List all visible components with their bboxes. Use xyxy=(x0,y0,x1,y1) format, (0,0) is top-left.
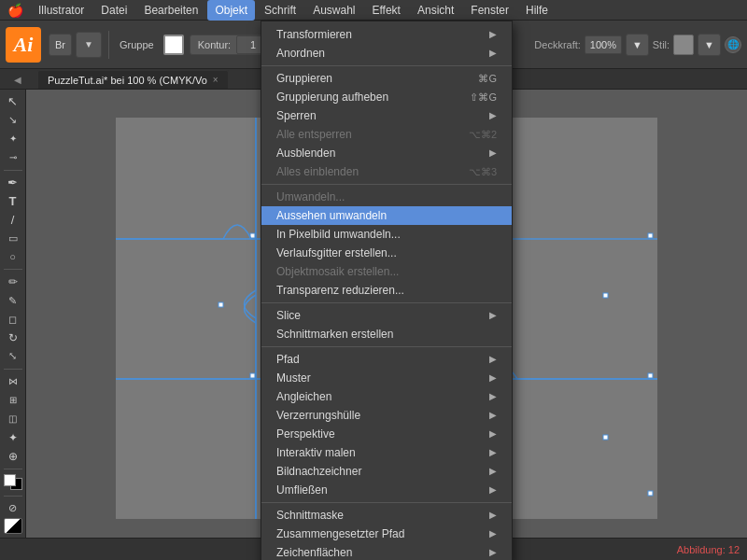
menu-alles-einblenden: Alles einblenden ⌥⌘3 xyxy=(261,162,512,181)
svg-rect-16 xyxy=(648,491,653,496)
blend-tool[interactable]: ⋈ xyxy=(3,373,23,390)
menu-zusammengesetzter-pfad[interactable]: Zusammengesetzter Pfad ▶ xyxy=(261,525,512,543)
panels-toggle[interactable]: ◀ xyxy=(14,75,21,85)
svg-rect-15 xyxy=(603,435,608,440)
eyedropper-tool[interactable]: ✦ xyxy=(3,429,23,446)
menu-schnittmarken[interactable]: Schnittmarken erstellen xyxy=(261,325,512,343)
arrow-zusammen: ▶ xyxy=(489,525,497,543)
menu-interaktiv-malen[interactable]: Interaktiv malen ▶ xyxy=(261,443,512,462)
menu-anordnen[interactable]: Anordnen ▶ xyxy=(261,44,512,63)
stroke-color[interactable] xyxy=(163,35,184,55)
menu-transparenz[interactable]: Transparenz reduzieren... xyxy=(261,281,512,300)
menu-pixelbild-umwandeln[interactable]: In Pixelbild umwandeln... xyxy=(261,225,512,244)
fill-none[interactable]: ⊘ xyxy=(3,499,23,516)
stil-dropdown[interactable]: ▼ xyxy=(698,34,721,56)
menu-objekt[interactable]: Objekt xyxy=(207,0,255,21)
rect-tool[interactable]: ▭ xyxy=(3,230,23,246)
lasso-tool[interactable]: ⊸ xyxy=(3,149,23,166)
swap-colors[interactable] xyxy=(4,518,22,534)
rotate-tool[interactable]: ↻ xyxy=(3,329,23,346)
active-tab[interactable]: PuzzleTut.ai* bei 100 % (CMYK/Vo × xyxy=(37,70,229,89)
menu-ansicht[interactable]: Ansicht xyxy=(410,0,461,21)
svg-rect-10 xyxy=(648,233,653,238)
menu-zeichenflaechen[interactable]: Zeichenflächen ▶ xyxy=(261,543,512,560)
brush-tool[interactable]: ✏ xyxy=(3,273,23,290)
menu-slice[interactable]: Slice ▶ xyxy=(261,306,512,325)
zoom-tool[interactable]: ⊕ xyxy=(3,448,23,465)
status-figure: Abbildung: 12 xyxy=(677,544,740,555)
menu-verlaufsgitter[interactable]: Verlaufsgitter erstellen... xyxy=(261,244,512,262)
type-tool[interactable]: T xyxy=(3,193,23,210)
menu-datei[interactable]: Datei xyxy=(93,0,134,21)
menu-umfliessen[interactable]: Umfließen ▶ xyxy=(261,481,512,499)
mode-dropdown[interactable]: ▼ xyxy=(76,32,102,58)
menu-bearbeiten[interactable]: Bearbeiten xyxy=(136,0,205,21)
shortcut-einblenden: ⌥⌘3 xyxy=(469,162,497,181)
selection-tool[interactable]: ↖ xyxy=(3,93,23,110)
menu-fenster[interactable]: Fenster xyxy=(463,0,516,21)
menu-muster[interactable]: Muster ▶ xyxy=(261,369,512,387)
menu-perspektive[interactable]: Perspektive ▶ xyxy=(261,425,512,443)
group-label: Gruppe xyxy=(116,39,158,50)
globe-icon[interactable]: 🌐 xyxy=(725,36,741,53)
pencil-tool[interactable]: ✎ xyxy=(3,292,23,309)
menubar: 🍎 Illustrator Datei Bearbeiten Objekt Sc… xyxy=(0,0,747,21)
stil-label: Stil: xyxy=(653,39,669,50)
menu-effekt[interactable]: Effekt xyxy=(364,0,407,21)
menu-angleichen[interactable]: Angleichen ▶ xyxy=(261,387,512,406)
menu-bildnachzeichner[interactable]: Bildnachzeichner ▶ xyxy=(261,462,512,481)
menu-schnittmaske[interactable]: Schnittmaske ▶ xyxy=(261,506,512,525)
menu-pfad[interactable]: Pfad ▶ xyxy=(261,350,512,369)
arrow-angleichen: ▶ xyxy=(489,387,497,406)
menu-umwandeln: Umwandeln... xyxy=(261,188,512,206)
menu-div-1 xyxy=(261,65,512,66)
magic-wand-tool[interactable]: ✦ xyxy=(3,131,23,147)
menu-gruppieren[interactable]: Gruppieren ⌘G xyxy=(261,69,512,88)
menu-sperren[interactable]: Sperren ▶ xyxy=(261,106,512,125)
apple-menu[interactable]: 🍎 xyxy=(7,3,23,18)
menu-verzerrungshuelle[interactable]: Verzerrungshülle ▶ xyxy=(261,406,512,425)
menu-gruppierung-aufheben[interactable]: Gruppierung aufheben ⇧⌘G xyxy=(261,88,512,106)
eraser-tool[interactable]: ◻ xyxy=(3,311,23,328)
ellipse-tool[interactable]: ○ xyxy=(3,248,23,265)
shortcut-gruppieren: ⌘G xyxy=(478,69,497,88)
pen-tool[interactable]: ✒ xyxy=(3,175,23,191)
menu-alle-entsperren: Alle entsperren ⌥⌘2 xyxy=(261,125,512,144)
menu-auswahl[interactable]: Auswahl xyxy=(305,0,362,21)
menu-schrift[interactable]: Schrift xyxy=(257,0,303,21)
arrow-bildnach: ▶ xyxy=(489,462,497,481)
menu-transformieren[interactable]: Transformieren ▶ xyxy=(261,25,512,44)
arrow-pfad: ▶ xyxy=(489,350,497,369)
menu-ausblenden[interactable]: Ausblenden ▶ xyxy=(261,144,512,162)
objekt-dropdown-menu[interactable]: Transformieren ▶ Anordnen ▶ Gruppieren ⌘… xyxy=(261,21,513,560)
opacity-dropdown[interactable]: ▼ xyxy=(626,34,649,56)
line-tool[interactable]: / xyxy=(3,212,23,229)
mesh-tool[interactable]: ⊞ xyxy=(3,392,23,409)
arrow-verzerr: ▶ xyxy=(489,406,497,425)
color-boxes[interactable] xyxy=(4,474,22,489)
stil-swatch[interactable] xyxy=(673,35,694,55)
scale-tool[interactable]: ⤡ xyxy=(3,348,23,365)
foreground-color[interactable] xyxy=(4,474,16,486)
opacity-label: Deckkraft: xyxy=(534,39,581,50)
menu-hilfe[interactable]: Hilfe xyxy=(518,0,556,21)
toolbar-sep-1 xyxy=(108,31,109,59)
tool-sep-2 xyxy=(4,269,22,270)
opacity-input[interactable] xyxy=(585,35,622,54)
arrow-sperren: ▶ xyxy=(489,106,497,125)
arrow-interaktiv: ▶ xyxy=(489,443,497,462)
br-button[interactable]: Br xyxy=(49,34,72,56)
menu-illustrator[interactable]: Illustrator xyxy=(31,0,92,21)
left-toolbar: ↖ ↘ ✦ ⊸ ✒ T / ▭ ○ ✏ ✎ ◻ ↻ ⤡ ⋈ ⊞ ◫ ✦ ⊕ ⊘ xyxy=(0,90,26,538)
arrow-schnittmaske: ▶ xyxy=(489,506,497,525)
direct-selection-tool[interactable]: ↘ xyxy=(3,112,23,129)
kontur-label: Kontur: xyxy=(194,39,234,50)
tab-close-button[interactable]: × xyxy=(213,75,218,85)
tool-sep-3 xyxy=(4,369,22,370)
shortcut-entsperren: ⌥⌘2 xyxy=(469,125,497,144)
gradient-tool[interactable]: ◫ xyxy=(3,411,23,427)
menu-aussehen-umwandeln[interactable]: Aussehen umwandeln xyxy=(261,206,512,225)
arrow-anordnen: ▶ xyxy=(489,44,497,63)
menu-div-2 xyxy=(261,184,512,185)
svg-rect-12 xyxy=(218,302,223,307)
